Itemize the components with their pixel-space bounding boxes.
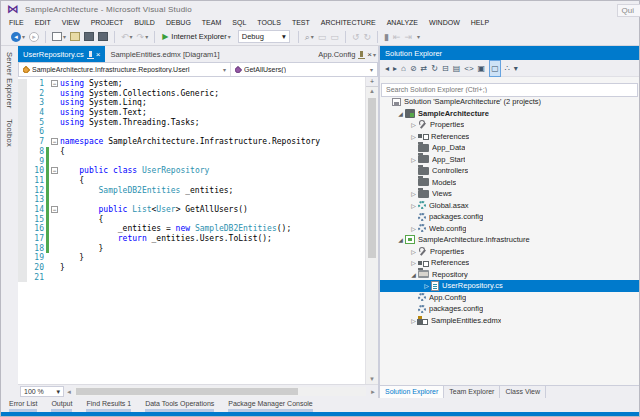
bottom-tab-output[interactable]: Output — [51, 400, 72, 409]
panel-tab-class-view[interactable]: Class View — [500, 386, 546, 398]
show-all-files-icon[interactable]: ▤ — [453, 61, 461, 76]
collapse-region-icon[interactable]: − — [51, 167, 58, 174]
menu-item-help[interactable]: HELP — [471, 19, 489, 26]
collapse-arrow-icon[interactable]: ◢ — [396, 236, 405, 243]
bottom-tab-package-manager-console[interactable]: Package Manager Console — [228, 400, 312, 409]
open-file-button[interactable] — [70, 30, 80, 44]
home-icon[interactable]: ⌂ — [401, 61, 406, 76]
overflow-icon[interactable]: ▾ — [514, 61, 518, 76]
uncomment-button[interactable]: ▭ — [330, 30, 339, 44]
class-view-icon[interactable]: ∴ — [505, 61, 510, 76]
menu-item-file[interactable]: FILE — [9, 19, 24, 26]
panel-tab-solution-explorer[interactable]: Solution Explorer — [380, 386, 444, 398]
collapse-region-icon[interactable]: − — [51, 138, 58, 145]
start-debugging-button[interactable]: ▶ Internet Explorer ▾ — [162, 32, 231, 41]
save-button[interactable] — [84, 30, 94, 44]
redo-button[interactable]: ↷▾ — [137, 30, 149, 44]
tree-item-app-start[interactable]: ▷App_Start — [380, 154, 639, 166]
tab-userrepository-cs[interactable]: UserRepository.cs × — [18, 46, 105, 62]
menu-item-build[interactable]: BUILD — [134, 19, 155, 26]
menu-item-debug[interactable]: DEBUG — [166, 19, 191, 26]
tree-item-views[interactable]: ▷Views — [380, 188, 639, 200]
scroll-right-icon[interactable]: ► — [368, 389, 378, 395]
vertical-scrollbar[interactable]: + ▲ ▼ — [365, 77, 378, 384]
expand-arrow-icon[interactable]: ▷ — [409, 259, 418, 266]
chevron-down-icon[interactable]: ▾ — [145, 33, 148, 40]
solution-configuration-dropdown[interactable]: Debug ▾ — [238, 30, 290, 43]
horizontal-scrollbar[interactable] — [74, 387, 366, 396]
undo-button[interactable]: ↶▾ — [121, 30, 133, 44]
indent-increase-button[interactable]: ⇥ — [404, 30, 412, 44]
scrollbar-thumb[interactable] — [76, 388, 298, 395]
tree-item-models[interactable]: Models — [380, 177, 639, 189]
menu-item-test[interactable]: TEST — [292, 19, 310, 26]
chevron-down-icon[interactable]: ▾ — [63, 33, 66, 40]
chevron-down-icon[interactable]: ▾ — [130, 33, 133, 40]
menu-item-view[interactable]: VIEW — [62, 19, 80, 26]
chevron-down-icon[interactable]: ▾ — [228, 33, 231, 40]
split-window-handle[interactable]: + — [366, 77, 378, 87]
forward-icon[interactable]: ▸ — [393, 61, 397, 76]
scrollbar-thumb[interactable] — [368, 98, 376, 258]
collapse-region-icon[interactable]: − — [51, 206, 58, 213]
tree-item-samplearchitecture[interactable]: ◢SampleArchitecture — [380, 108, 639, 120]
bottom-tab-find-results-1[interactable]: Find Results 1 — [86, 400, 131, 409]
navigate-backward-button[interactable]: ◂ ▾ — [11, 30, 25, 44]
expand-arrow-icon[interactable]: ▷ — [409, 156, 418, 163]
tree-item-properties[interactable]: ▷Properties — [380, 119, 639, 131]
tool-tab-toolbox[interactable]: Toolbox — [5, 119, 14, 147]
refresh-icon[interactable]: ↻ — [431, 61, 438, 76]
tree-item-references[interactable]: ▷References — [380, 131, 639, 143]
panel-tab-team-explorer[interactable]: Team Explorer — [444, 386, 500, 398]
pin-icon[interactable] — [89, 51, 92, 57]
sync-with-active-document-icon[interactable]: ⇄ — [421, 61, 428, 76]
expand-arrow-icon[interactable]: ▷ — [409, 190, 418, 197]
collapse-arrow-icon[interactable]: ◢ — [409, 271, 418, 278]
tab-appconfig[interactable]: App.Config × ▾ — [318, 46, 376, 62]
menu-item-team[interactable]: TEAM — [202, 19, 221, 26]
tree-item-repository[interactable]: ◢Repository — [380, 269, 639, 281]
tree-item-app-config[interactable]: App.Config — [380, 292, 639, 304]
tree-item-controllers[interactable]: Controllers — [380, 165, 639, 177]
menu-item-tools[interactable]: TOOLS — [257, 19, 281, 26]
tree-item-app-data[interactable]: App_Data — [380, 142, 639, 154]
tree-item-samplearchitecture-infrastructure[interactable]: ◢SampleArchitecture.Infrastructure — [380, 234, 639, 246]
collapse-arrow-icon[interactable]: ◢ — [396, 110, 405, 117]
collapse-region-icon[interactable]: − — [51, 80, 58, 87]
find-in-files-button[interactable]: ⌕▾ — [305, 30, 314, 44]
type-dropdown[interactable]: SampleArchitecture.Infrastructure.Reposi… — [19, 63, 231, 76]
expand-arrow-icon[interactable]: ▷ — [409, 133, 418, 140]
pending-changes-filter-icon[interactable]: ⊘ — [410, 61, 417, 76]
search-input[interactable] — [381, 83, 638, 97]
bottom-tab-error-list[interactable]: Error List — [9, 400, 37, 409]
toolbar-overflow-button[interactable]: ▾ — [416, 30, 420, 44]
back-icon[interactable]: ◂ — [385, 61, 389, 76]
scroll-up-icon[interactable]: ▲ — [366, 87, 378, 96]
chevron-down-icon[interactable]: ▾ — [311, 33, 314, 40]
close-icon[interactable]: × — [367, 50, 372, 59]
code-editor[interactable]: 1−using System;2using System.Collections… — [18, 77, 378, 384]
new-file-button[interactable]: ▾ — [52, 30, 66, 44]
bookmark-button[interactable]: ▮ — [384, 30, 389, 44]
tree-item-properties[interactable]: ▷Properties — [380, 246, 639, 258]
menu-item-analyze[interactable]: ANALYZE — [387, 19, 418, 26]
view-code-icon[interactable]: <> — [464, 61, 473, 76]
indent-decrease-button[interactable]: ⇤ — [393, 30, 401, 44]
tree-item-sampleentities-edmx[interactable]: ▷SampleEntities.edmx — [380, 315, 639, 327]
preview-selected-items-icon[interactable]: ▢ — [489, 60, 501, 77]
close-icon[interactable]: × — [96, 50, 101, 59]
tool-tab-server-explorer[interactable]: Server Explorer — [5, 52, 14, 109]
member-dropdown[interactable]: GetAllUsers() ▾ — [231, 63, 377, 76]
collapse-all-icon[interactable]: ⊟ — [442, 61, 449, 76]
tree-item-packages-config[interactable]: packages.config — [380, 211, 639, 223]
tree-item-global-asax[interactable]: ▷Global.asax — [380, 200, 639, 212]
tree-item-packages-config[interactable]: packages.config — [380, 303, 639, 315]
tree-item-solution-samplearchitecture-2-projects[interactable]: Solution 'SampleArchitecture' (2 project… — [380, 96, 639, 108]
zoom-level-dropdown[interactable]: 100 % ▾ — [20, 386, 64, 397]
expand-arrow-icon[interactable]: ▷ — [409, 248, 418, 255]
expand-arrow-icon[interactable]: ▷ — [409, 202, 418, 209]
expand-arrow-icon[interactable]: ▷ — [422, 282, 431, 289]
bottom-tab-data-tools-operations[interactable]: Data Tools Operations — [145, 400, 214, 409]
undo-last-action-button[interactable]: ↺ — [352, 30, 360, 44]
menu-item-architecture[interactable]: ARCHITECTURE — [321, 19, 376, 26]
